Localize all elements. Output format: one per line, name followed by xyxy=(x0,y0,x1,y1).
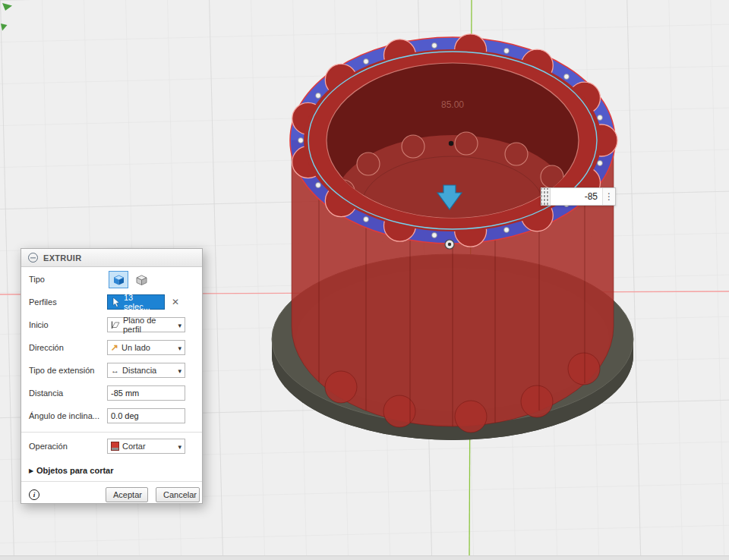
chevron-down-icon xyxy=(178,366,181,375)
chevron-down-icon xyxy=(178,442,181,451)
extrude-thin-icon xyxy=(135,273,148,286)
chevron-down-icon xyxy=(178,343,181,352)
collapse-icon[interactable] xyxy=(28,253,38,263)
dialog-title: EXTRUIR xyxy=(43,253,81,263)
separator xyxy=(21,432,202,433)
disclosure-triangle-icon[interactable] xyxy=(29,467,36,474)
kebab-menu-icon[interactable]: ⋮ xyxy=(602,188,615,205)
taper-angle-input[interactable] xyxy=(107,408,185,423)
operation-value: Cortar xyxy=(122,442,146,451)
cursor-icon xyxy=(112,297,120,307)
manipulator-handle[interactable] xyxy=(445,240,454,249)
chevron-down-icon xyxy=(178,320,181,329)
profiles-selection-count: 13 selec... xyxy=(124,293,159,311)
profiles-selection-button[interactable]: 13 selec... xyxy=(107,294,165,310)
dimension-input-box[interactable]: -85 ⋮ xyxy=(541,187,616,206)
objects-to-cut-section[interactable]: Objetos para cortar xyxy=(29,462,196,479)
extent-type-value: Distancia xyxy=(122,366,156,375)
distance-extent-icon: ↔ xyxy=(111,367,119,375)
dialog-titlebar[interactable]: EXTRUIR xyxy=(21,249,202,267)
info-icon[interactable] xyxy=(29,489,39,500)
drag-grip-icon[interactable] xyxy=(541,188,551,205)
diameter-dimension-label: 85.00 xyxy=(441,99,464,110)
accept-button[interactable]: Aceptar xyxy=(106,487,148,502)
extrude-thin-type-button[interactable] xyxy=(131,271,151,288)
extrude-dialog: EXTRUIR Tipo Perfiles 13 selec... xyxy=(21,248,203,504)
operation-dropdown[interactable]: Cortar xyxy=(107,439,185,454)
direction-value: Un lado xyxy=(122,343,150,352)
direction-arrow-icon: ↗ xyxy=(111,343,118,352)
profile-plane-icon xyxy=(111,320,120,329)
clear-selection-icon[interactable]: ✕ xyxy=(172,297,179,307)
objects-to-cut-label: Objetos para cortar xyxy=(36,466,113,475)
distance-input[interactable] xyxy=(107,385,185,401)
start-label: Inicio xyxy=(29,320,107,329)
start-value: Plano de perfil xyxy=(123,316,175,334)
type-label: Tipo xyxy=(29,275,107,284)
distance-label: Distancia xyxy=(29,389,107,398)
direction-dropdown[interactable]: ↗ Un lado xyxy=(107,340,185,355)
start-dropdown[interactable]: Plano de perfil xyxy=(107,317,185,332)
direction-label: Dirección xyxy=(29,343,107,352)
cut-operation-icon xyxy=(111,442,119,451)
operation-label: Operación xyxy=(29,442,107,451)
center-point[interactable] xyxy=(449,141,453,146)
extrude-solid-type-button[interactable] xyxy=(109,271,128,288)
taper-angle-label: Ángulo de inclina... xyxy=(29,411,107,420)
extent-type-dropdown[interactable]: ↔ Distancia xyxy=(107,363,185,378)
cancel-button[interactable]: Cancelar xyxy=(156,487,200,502)
extrude-solid-icon xyxy=(112,273,125,286)
profiles-label: Perfiles xyxy=(29,297,107,307)
viewport-bottom-edge xyxy=(0,555,729,560)
extent-type-label: Tipo de extensión xyxy=(29,366,107,375)
distance-inline-value[interactable]: -85 xyxy=(551,188,602,205)
separator xyxy=(21,481,202,482)
